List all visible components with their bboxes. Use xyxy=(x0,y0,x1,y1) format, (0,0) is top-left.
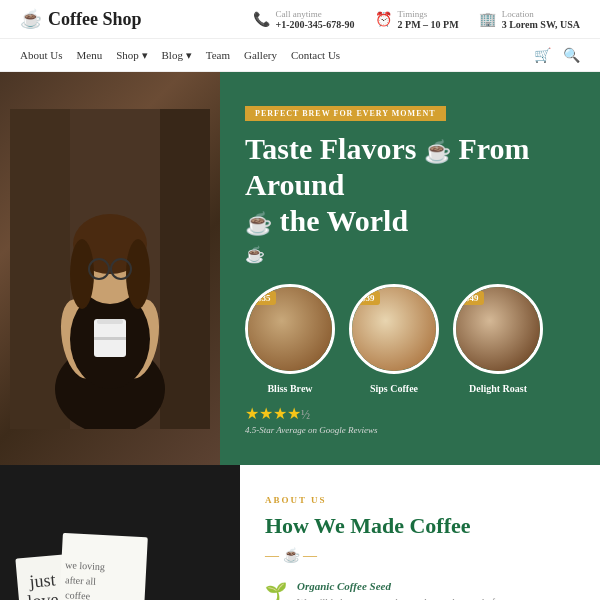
site-title: Coffee Shop xyxy=(48,9,142,30)
about-divider: — ☕ — xyxy=(265,547,575,564)
clock-icon: ⏰ xyxy=(375,11,392,28)
nav-shop[interactable]: Shop ▾ xyxy=(116,49,147,62)
svg-text:after all: after all xyxy=(65,574,97,587)
about-content: ABOUT US How We Made Coffee — ☕ — 🌱 Orga… xyxy=(240,465,600,600)
call-label: Call anytime xyxy=(276,9,355,19)
coffee-card-2: $39 Sips Coffee xyxy=(349,284,439,394)
timings-label: Timings xyxy=(398,9,459,19)
hero-tag: PERFECT BREW FOR EVERY MOMENT xyxy=(245,106,446,121)
nav-icon-group: 🛒 🔍 xyxy=(534,47,580,63)
timings-value: 2 PM – 10 PM xyxy=(398,19,459,30)
timings-info: ⏰ Timings 2 PM – 10 PM xyxy=(375,9,459,30)
nav-menu[interactable]: Menu xyxy=(76,49,102,61)
svg-text:love.: love. xyxy=(27,589,64,600)
star-rating: ★★★★½ xyxy=(245,404,575,423)
sips-coffee-image: $39 xyxy=(349,284,439,374)
nav-links: About Us Menu Shop ▾ Blog ▾ Team Gallery… xyxy=(20,49,340,62)
coffee-card-3: $49 Delight Roast xyxy=(453,284,543,394)
svg-rect-15 xyxy=(97,319,123,324)
bliss-brew-image: $35 xyxy=(245,284,335,374)
cup-icon: ☕ xyxy=(424,139,451,164)
call-info: 📞 Call anytime +1-200-345-678-90 xyxy=(253,9,355,30)
nav-team[interactable]: Team xyxy=(206,49,230,61)
about-section: just love. we loving after all coffee co… xyxy=(0,465,600,600)
hero-divider-icon: ☕ xyxy=(245,245,575,264)
reviews-text: 4.5-Star Average on Google Reviews xyxy=(245,425,575,435)
location-value: 3 Lorem SW, USA xyxy=(502,19,580,30)
svg-text:just: just xyxy=(28,569,57,591)
nav-gallery[interactable]: Gallery xyxy=(244,49,277,61)
delight-roast-name: Delight Roast xyxy=(453,383,543,394)
phone-icon: 📞 xyxy=(253,11,270,28)
hero-section: PERFECT BREW FOR EVERY MOMENT Taste Flav… xyxy=(0,72,600,465)
bliss-brew-price: $35 xyxy=(252,291,276,305)
main-nav: About Us Menu Shop ▾ Blog ▾ Team Gallery… xyxy=(0,39,600,72)
about-tag: ABOUT US xyxy=(265,495,575,505)
call-number: +1-200-345-678-90 xyxy=(276,19,355,30)
coffee-card-1: $35 Bliss Brew xyxy=(245,284,335,394)
hero-content: PERFECT BREW FOR EVERY MOMENT Taste Flav… xyxy=(220,72,600,465)
cup-icon-2: ☕ xyxy=(245,211,272,236)
logo: ☕ Coffee Shop xyxy=(20,8,142,30)
organic-icon: 🌱 xyxy=(265,581,287,600)
organic-title: Organic Coffee Seed xyxy=(297,580,498,592)
about-image: just love. we loving after all coffee co… xyxy=(0,465,240,600)
search-button[interactable]: 🔍 xyxy=(563,47,580,63)
location-info: 🏢 Location 3 Lorem SW, USA xyxy=(479,9,580,30)
svg-text:coffee: coffee xyxy=(65,589,91,600)
svg-rect-2 xyxy=(160,109,210,429)
svg-rect-16 xyxy=(94,337,126,340)
location-label: Location xyxy=(502,9,580,19)
delight-roast-image: $49 xyxy=(453,284,543,374)
location-icon: 🏢 xyxy=(479,11,496,28)
header: ☕ Coffee Shop 📞 Call anytime +1-200-345-… xyxy=(0,0,600,39)
cart-button[interactable]: 🛒 xyxy=(534,47,551,63)
sips-coffee-price: $39 xyxy=(356,291,380,305)
feature-organic: 🌱 Organic Coffee Seed We will help you t… xyxy=(265,580,575,600)
sips-coffee-name: Sips Coffee xyxy=(349,383,439,394)
coffee-cup-icon: ☕ xyxy=(20,8,42,30)
bliss-brew-name: Bliss Brew xyxy=(245,383,335,394)
nav-about[interactable]: About Us xyxy=(20,49,62,61)
coffee-cards: $35 Bliss Brew $39 Sips Coffee $49 xyxy=(245,284,575,394)
about-title: How We Made Coffee xyxy=(265,513,575,539)
nav-blog[interactable]: Blog ▾ xyxy=(162,49,192,62)
hero-image xyxy=(0,72,220,465)
delight-roast-price: $49 xyxy=(460,291,484,305)
nav-contact[interactable]: Contact Us xyxy=(291,49,340,61)
header-info: 📞 Call anytime +1-200-345-678-90 ⏰ Timin… xyxy=(253,9,580,30)
svg-text:we loving: we loving xyxy=(65,559,105,572)
hero-title: Taste Flavors ☕ From Around ☕ the World xyxy=(245,131,575,239)
